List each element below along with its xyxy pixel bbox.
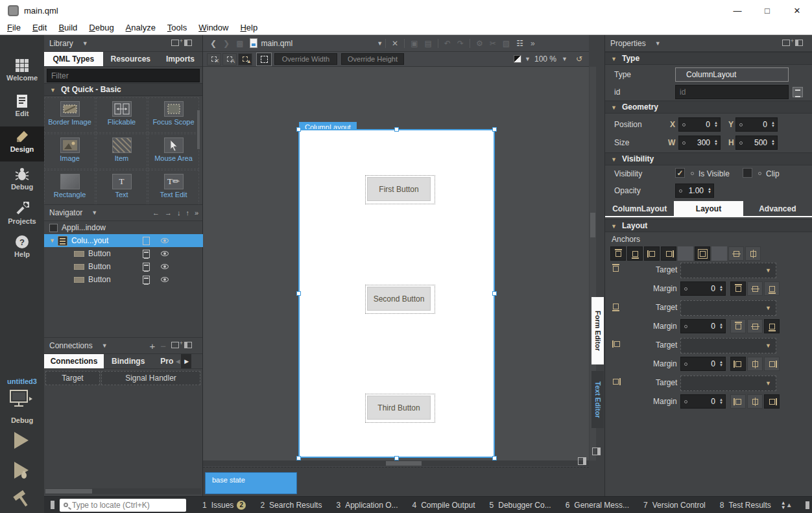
left-margin-spinbox[interactable]: 0▲▼	[680, 357, 726, 371]
qml-button-second[interactable]: Second Button	[365, 285, 435, 314]
anchor-fill-button[interactable]	[695, 246, 710, 261]
clip-checkbox[interactable]	[743, 168, 752, 178]
resize-handle-top-left[interactable]	[296, 127, 301, 132]
margin-anchor-bottom-button[interactable]	[764, 319, 780, 333]
connections-header-dropdown-icon[interactable]: ▼	[102, 342, 108, 349]
width-spinbox[interactable]: 300▲▼	[678, 136, 721, 150]
toggle-left-sidebar-icon[interactable]	[51, 501, 54, 509]
navigator-row-applicationwindow[interactable]: Appli...indow	[44, 221, 203, 234]
tab-advanced[interactable]: Advanced	[743, 201, 812, 216]
geometry-section-header[interactable]: ▼ Geometry	[605, 101, 812, 113]
navigator-row-button-1[interactable]: Button	[44, 247, 203, 260]
connections-col-signal-handler[interactable]: Signal Handler	[101, 371, 200, 385]
tab-qml-types[interactable]: QML Types	[44, 52, 103, 66]
menu-help[interactable]: Help	[234, 23, 263, 32]
anchor-vertical-center-button[interactable]	[745, 246, 761, 261]
visibility-eye-icon[interactable]	[161, 277, 169, 282]
margin-anchor-bottom-button[interactable]	[764, 281, 780, 296]
binding-dot[interactable]	[691, 172, 694, 175]
tab-text-editor[interactable]: Text Editor	[591, 371, 604, 428]
navigator-row-columnlayout[interactable]: ▼ Colu...yout	[44, 234, 203, 247]
anchor-left-button[interactable]	[644, 246, 660, 261]
debug-run-button[interactable]	[14, 462, 29, 479]
mode-debug[interactable]: Debug	[0, 164, 44, 197]
close-document-icon[interactable]: ✕	[392, 39, 398, 48]
navigator-row-button-2[interactable]: Button	[44, 260, 203, 273]
library-item-text[interactable]: T Text	[96, 170, 147, 204]
qml-button-third[interactable]: Third Button	[365, 394, 435, 423]
move-up-icon[interactable]: ↑	[185, 209, 189, 217]
reset-zoom-icon[interactable]: ↺	[576, 54, 582, 64]
x-spinbox[interactable]: 0▲▼	[678, 117, 721, 132]
override-width-field[interactable]: Override Width	[274, 53, 337, 65]
paste-icon[interactable]: ☷	[516, 39, 523, 48]
menu-file[interactable]: File	[1, 23, 27, 32]
export-icon[interactable]	[143, 250, 150, 258]
move-right-icon[interactable]: →	[165, 209, 172, 217]
connections-close-icon[interactable]	[184, 342, 192, 350]
states-dock-icon[interactable]	[578, 457, 586, 465]
tab-resources[interactable]: Resources	[103, 52, 158, 66]
forward-icon[interactable]: ❯	[223, 39, 230, 48]
is-visible-checkbox[interactable]: ✓	[675, 168, 685, 178]
navigator-more-icon[interactable]: »	[195, 209, 198, 217]
properties-split-icon[interactable]	[782, 40, 790, 47]
tab-layout[interactable]: Layout	[674, 201, 743, 216]
tab-form-editor[interactable]: Form Editor	[591, 297, 604, 364]
margin-anchor-right-button[interactable]	[764, 357, 780, 371]
resize-handle-top-center[interactable]	[394, 127, 399, 132]
minimize-button[interactable]: —	[722, 0, 752, 21]
visibility-eye-icon[interactable]	[161, 251, 169, 256]
id-input[interactable]	[675, 85, 789, 99]
menu-tools[interactable]: Tools	[161, 23, 193, 32]
no-snapping-icon[interactable]: ✕	[207, 53, 221, 66]
library-item-item[interactable]: Item	[96, 134, 147, 169]
cut-icon[interactable]: ✂	[490, 39, 496, 48]
library-item-border-image[interactable]: Border Image	[44, 97, 95, 133]
right-margin-spinbox[interactable]: 0▲▼	[680, 394, 726, 409]
open-document-name[interactable]: main.qml	[261, 39, 293, 48]
snap-margins-icon[interactable]: ▴	[238, 53, 252, 66]
tab-imports[interactable]: Imports	[158, 52, 202, 66]
output-pane-application-output[interactable]: 3 Application O...	[336, 501, 398, 510]
library-header-dropdown-icon[interactable]: ▼	[82, 40, 88, 47]
tab-scroll-right-icon[interactable]: ▸	[181, 354, 191, 368]
move-left-icon[interactable]: ←	[152, 209, 160, 217]
bottom-target-dropdown[interactable]: ▼	[680, 300, 776, 316]
output-pane-selector-icon[interactable]: ▲▼	[781, 501, 786, 510]
tab-scroll-left-icon[interactable]: ◂	[174, 354, 181, 368]
tab-columnlayout[interactable]: ColumnLayout	[605, 201, 674, 216]
visibility-eye-icon[interactable]	[161, 264, 169, 269]
margin-anchor-hcenter-button[interactable]	[747, 319, 763, 333]
output-pane-search-results[interactable]: 2 Search Results	[260, 501, 322, 510]
mode-projects[interactable]: Projects	[0, 198, 44, 231]
visibility-eye-icon[interactable]	[161, 238, 169, 243]
anchor-top-button[interactable]	[610, 246, 626, 261]
scrollbar-thumb[interactable]	[386, 461, 422, 466]
margin-anchor-left-button[interactable]	[730, 394, 746, 409]
goto-line-icon[interactable]: ▣	[411, 39, 418, 48]
base-state-tile[interactable]: base state	[205, 472, 297, 494]
snap-anchors-icon[interactable]: A	[222, 53, 237, 66]
visibility-section-header[interactable]: ▼ Visibility	[605, 152, 812, 165]
qml-button-first[interactable]: First Button	[365, 175, 435, 204]
maximize-button[interactable]: □	[752, 0, 782, 21]
export-icon[interactable]	[143, 276, 150, 284]
library-split-icon[interactable]	[171, 40, 179, 47]
toggle-right-sidebar-icon[interactable]	[806, 501, 809, 509]
scrollbar-thumb[interactable]	[590, 213, 595, 237]
margin-anchor-vcenter-button[interactable]	[747, 357, 763, 371]
mode-design[interactable]: Design	[0, 126, 44, 161]
library-item-image[interactable]: Image	[44, 134, 95, 169]
library-item-text-edit[interactable]: T✏ Text Edit	[148, 170, 199, 204]
locator[interactable]	[60, 499, 186, 512]
build-button[interactable]	[12, 489, 32, 510]
margin-anchor-vcenter-button[interactable]	[747, 394, 763, 409]
navigator-header-dropdown-icon[interactable]: ▼	[91, 209, 97, 216]
mode-help[interactable]: ? Help	[0, 232, 44, 264]
resize-handle-bottom-center[interactable]	[394, 456, 399, 460]
right-target-dropdown[interactable]: ▼	[680, 376, 776, 391]
document-dropdown-icon[interactable]: ▼	[377, 40, 383, 47]
undo-icon[interactable]: ↶	[444, 39, 451, 48]
kit-selector-button[interactable]	[9, 389, 32, 409]
